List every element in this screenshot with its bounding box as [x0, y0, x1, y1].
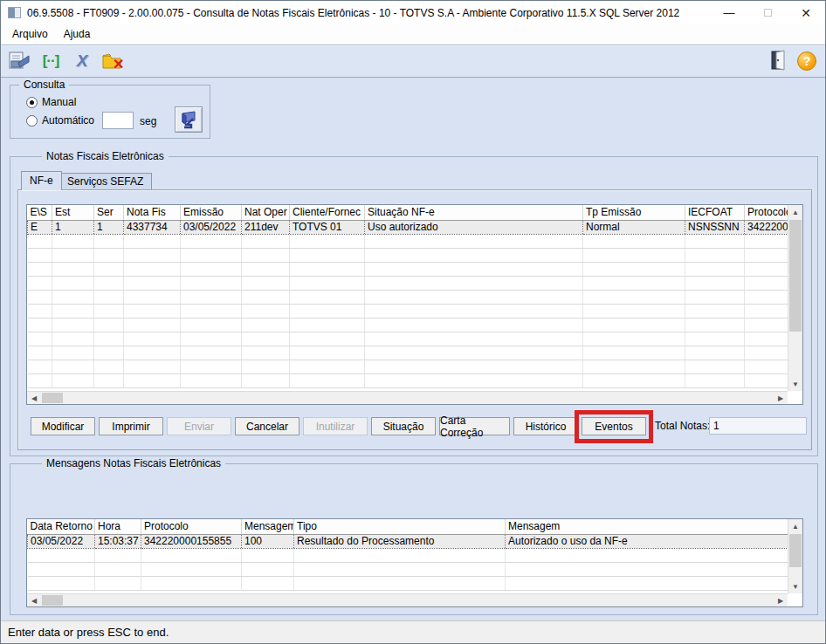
scrollbar-thumb[interactable] [42, 393, 63, 403]
scroll-right-icon[interactable]: ▶ [774, 392, 788, 404]
tab-nfe[interactable]: NF-e [21, 171, 62, 190]
mensagens-header-row: Data Retorno Hora Protocolo Mensagem Tip… [28, 519, 789, 534]
cell-tp-emissao[interactable]: Normal [583, 220, 685, 234]
mensagens-vertical-scrollbar[interactable]: ▲ ▼ [788, 519, 802, 593]
nfe-legend: Notas Fiscais Eletrônicas [42, 150, 169, 162]
cell-cliente-fornec[interactable]: TOTVS 01 [290, 220, 365, 234]
tab-servicos-sefaz[interactable]: Serviços SEFAZ [59, 173, 152, 190]
cell-nat-oper[interactable]: 211dev [242, 220, 290, 234]
col-data-retorno[interactable]: Data Retorno [28, 519, 95, 534]
scroll-up-icon[interactable]: ▲ [788, 205, 802, 219]
exit-button[interactable] [769, 50, 788, 73]
cell-hora[interactable]: 15:03:37 [95, 534, 141, 548]
col-tipo[interactable]: Tipo [294, 519, 506, 534]
empty-grid-row [28, 262, 789, 276]
menu-arquivo[interactable]: Arquivo [4, 24, 56, 45]
cell-es[interactable]: E [28, 220, 52, 234]
empty-grid-row [28, 248, 789, 262]
close-button[interactable]: ✕ [787, 1, 825, 24]
modificar-button[interactable]: Modificar [31, 417, 95, 435]
cell-mensagem-texto[interactable]: Autorizado o uso da NF-e [506, 534, 789, 548]
cell-mensagem-cod[interactable]: 100 [242, 534, 294, 548]
radio-automatico[interactable]: Automático [26, 114, 94, 127]
col-est[interactable]: Est [52, 205, 94, 220]
nfe-selected-row[interactable]: E 1 1 4337734 03/05/2022 211dev TOTVS 01… [28, 220, 789, 234]
col-es[interactable]: E\S [28, 205, 52, 220]
col-tp-emissao[interactable]: Tp Emissão [583, 205, 685, 220]
col-protocolo[interactable]: Protocolo [745, 205, 789, 220]
imprimir-button[interactable]: Imprimir [99, 417, 163, 435]
status-bar: Enter data or press ESC to end. [1, 620, 825, 643]
cell-protocolo-msg[interactable]: 342220000155855 [141, 534, 242, 548]
folder-delete-button[interactable]: ✕ [100, 49, 127, 73]
consulta-groupbox: Consulta Manual Automático seg [10, 85, 210, 139]
empty-grid-row [28, 290, 789, 304]
parameters-button[interactable]: [··] [38, 49, 64, 73]
col-nota-fis[interactable]: Nota Fis [124, 205, 181, 220]
col-hora[interactable]: Hora [95, 519, 141, 534]
maximize-icon [764, 9, 772, 17]
cell-situacao[interactable]: Uso autorizado [365, 220, 583, 234]
scroll-right-icon[interactable]: ▶ [774, 594, 788, 606]
cell-ser[interactable]: 1 [94, 220, 124, 234]
seg-label: seg [140, 115, 156, 127]
mensagens-grid[interactable]: Data Retorno Hora Protocolo Mensagem Tip… [26, 518, 803, 607]
col-mensagem-cod[interactable]: Mensagem [242, 519, 294, 534]
nfe-horizontal-scrollbar[interactable]: ◀ ▶ [27, 391, 788, 404]
cancelar-button[interactable]: Cancelar [235, 417, 299, 435]
brackets-icon: [··] [43, 52, 59, 70]
scroll-left-icon[interactable]: ◀ [27, 594, 41, 606]
scroll-down-icon[interactable]: ▼ [788, 377, 802, 391]
historico-button[interactable]: Histórico [513, 417, 578, 435]
nfe-grid[interactable]: E\S Est Ser Nota Fis Emissão Nat Oper Cl… [26, 204, 803, 405]
col-emissao[interactable]: Emissão [181, 205, 242, 220]
empty-grid-row [28, 332, 789, 346]
col-ser[interactable]: Ser [94, 205, 124, 220]
menu-ajuda[interactable]: Ajuda [56, 24, 99, 45]
scrollbar-thumb[interactable] [789, 220, 802, 332]
mensagens-groupbox: Mensagens Notas Fiscais Eletrônicas Data… [10, 463, 818, 615]
cell-emissao[interactable]: 03/05/2022 [181, 220, 242, 234]
col-mensagem-texto[interactable]: Mensagem [506, 519, 789, 534]
cell-protocolo[interactable]: 3422200 [745, 220, 789, 234]
empty-grid-row [28, 304, 789, 318]
col-situacao-nfe[interactable]: Situação NF-e [365, 205, 583, 220]
nfe-vertical-scrollbar[interactable]: ▲ ▼ [788, 205, 802, 391]
scrollbar-thumb[interactable] [789, 534, 802, 567]
scroll-down-icon[interactable]: ▼ [788, 579, 802, 593]
col-protocolo-msg[interactable]: Protocolo [141, 519, 242, 534]
excel-export-button[interactable]: X [69, 49, 95, 73]
col-iecfoat[interactable]: IECFOAT [685, 205, 745, 220]
mensagens-horizontal-scrollbar[interactable]: ◀ ▶ [27, 593, 788, 606]
scrollbar-thumb[interactable] [42, 595, 63, 606]
help-button[interactable]: ? [797, 51, 816, 71]
nfe-header-row: E\S Est Ser Nota Fis Emissão Nat Oper Cl… [28, 205, 789, 220]
cell-tipo[interactable]: Resultado do Processamento [294, 534, 506, 548]
exit-door-icon [769, 50, 788, 71]
maximize-button[interactable] [748, 1, 787, 24]
refresh-query-button[interactable] [175, 106, 203, 133]
print-report-button[interactable] [6, 49, 32, 73]
title-bar: 06.9.5508 - FT0909 - 2.00.00.075 - Consu… [1, 1, 825, 24]
scroll-left-icon[interactable]: ◀ [27, 392, 41, 404]
empty-grid-row [28, 576, 789, 590]
situacao-button[interactable]: Situação [371, 417, 436, 435]
empty-grid-row [28, 373, 789, 387]
scroll-up-icon[interactable]: ▲ [788, 519, 802, 533]
cell-nota-fis[interactable]: 4337734 [124, 220, 181, 234]
cell-est[interactable]: 1 [52, 220, 94, 234]
col-cliente-fornec[interactable]: Cliente/Fornec [290, 205, 365, 220]
radio-automatico-dot [26, 115, 38, 127]
mensagens-selected-row[interactable]: 03/05/2022 15:03:37 342220000155855 100 … [28, 534, 789, 548]
radio-manual[interactable]: Manual [26, 96, 76, 108]
empty-grid-row [28, 548, 789, 562]
eventos-button[interactable]: Eventos [582, 417, 646, 435]
cell-data-retorno[interactable]: 03/05/2022 [28, 534, 95, 548]
empty-grid-row [28, 318, 789, 332]
interval-input[interactable] [102, 112, 134, 129]
carta-correcao-button[interactable]: Carta Correção [439, 417, 510, 435]
col-nat-oper[interactable]: Nat Oper [242, 205, 290, 220]
empty-grid-row [28, 346, 789, 360]
minimize-button[interactable]: — [710, 1, 748, 24]
cell-iecfoat[interactable]: NSNSSNN [685, 220, 745, 234]
